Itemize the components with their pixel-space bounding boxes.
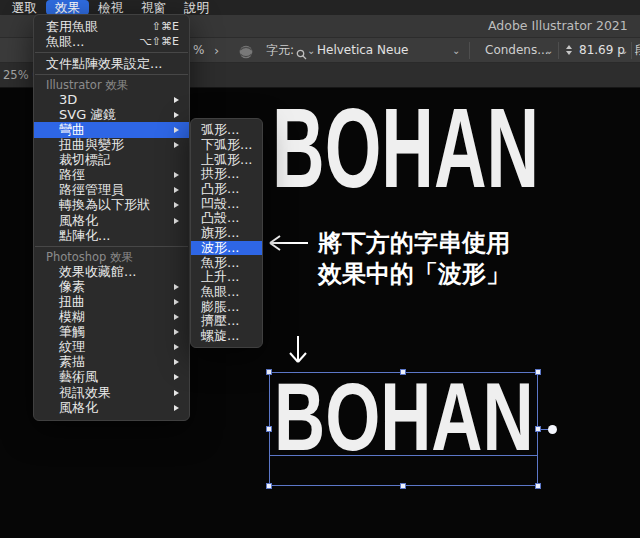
more-options-chevron-icon[interactable]: › [214, 38, 219, 63]
submenu-arrow-icon [174, 142, 179, 148]
effects-menu-item[interactable]: 筆觸 [34, 325, 189, 340]
effects-menu-item[interactable] [35, 74, 188, 75]
effects-menu-item[interactable]: 扭曲與變形 [34, 138, 189, 153]
toolbar-divider [558, 42, 559, 59]
left-arrow-icon [266, 233, 310, 253]
submenu-arrow-icon [174, 299, 179, 305]
submenu-arrow-icon [174, 112, 179, 118]
selection-round-handle[interactable] [548, 425, 557, 434]
effects-menu-item[interactable] [35, 246, 188, 247]
submenu-arrow-icon [174, 359, 179, 365]
effects-menu-item[interactable]: SVG 濾鏡 [34, 107, 189, 122]
submenu-arrow-icon [174, 390, 179, 396]
annotation-line-1: 將下方的字串使用 [318, 228, 510, 259]
menu-item-label: 魚眼... [46, 33, 84, 51]
submenu-arrow-icon [174, 374, 179, 380]
selection-handle-top-left[interactable] [266, 369, 272, 375]
effects-menu-item[interactable]: 裁切標記 [34, 153, 189, 168]
character-label: 字元: [266, 38, 294, 63]
submenu-arrow-icon [174, 127, 179, 133]
effects-menu-item[interactable]: Illustrator 效果 [34, 78, 189, 92]
toolbar-divider [631, 42, 632, 59]
menu-item-label: 文件點陣效果設定... [46, 55, 162, 73]
selection-handle-top-center[interactable] [400, 369, 406, 375]
annotation-line-2: 效果中的「波形」 [318, 259, 510, 290]
menu-item-label: 螺旋... [201, 327, 239, 345]
font-style-field[interactable]: Condens... [485, 38, 549, 63]
font-family-chevron-icon[interactable]: ⌄ [452, 38, 460, 63]
font-family-field[interactable]: Helvetica Neue [317, 38, 408, 63]
search-icon [296, 44, 307, 57]
menubar-item[interactable]: 選取 [3, 0, 46, 15]
effects-menu-item[interactable]: 點陣化... [34, 228, 189, 243]
menu-item-shortcut: ⌥⇧⌘E [139, 35, 179, 48]
effects-menu-item[interactable]: 模糊 [34, 310, 189, 325]
toolbar-divider [469, 42, 470, 59]
menu-item-label: 點陣化... [59, 227, 110, 245]
submenu-arrow-icon [174, 202, 179, 208]
window-title: Adobe Illustrator 2021 [488, 18, 628, 33]
menu-item-shortcut: ⇧⌘E [152, 20, 179, 33]
menubar-item[interactable]: 視窗 [132, 0, 175, 15]
effects-menu-item[interactable]: 視訊效果 [34, 385, 189, 400]
submenu-arrow-icon [174, 344, 179, 350]
selection-handle-top-right[interactable] [535, 369, 541, 375]
menu-item-label: 風格化 [59, 399, 98, 417]
selection-handle-mid-right[interactable] [535, 426, 541, 432]
menubar-item-label: 檢視 [98, 0, 123, 15]
effects-menu-item[interactable]: 魚眼... ⌥⇧⌘E [34, 34, 189, 49]
annotation-text: 將下方的字串使用 效果中的「波形」 [318, 228, 510, 290]
paragraph-label-clipped: 段 [635, 38, 640, 63]
effects-menu-item[interactable]: 藝術風 [34, 370, 189, 385]
effects-menu-item[interactable]: 效果收藏館... [34, 264, 189, 279]
submenu-arrow-icon [174, 172, 179, 178]
selection-bounding-box[interactable] [269, 372, 538, 486]
selection-extension-line [540, 429, 548, 430]
menubar-item-label: 選取 [12, 0, 37, 15]
effects-menu-item[interactable]: 風格化 [34, 400, 189, 415]
menubar-item-label: 說明 [184, 0, 209, 15]
effects-menu-item[interactable]: 文件點陣效果設定... [34, 56, 189, 71]
recolor-artwork-icon[interactable] [239, 43, 253, 57]
selection-handle-bottom-left[interactable] [266, 483, 272, 489]
effects-menu-item[interactable]: 素描 [34, 355, 189, 370]
warp-submenu-item[interactable]: 螺旋... [191, 329, 262, 344]
submenu-arrow-icon [174, 329, 179, 335]
selection-handle-bottom-center[interactable] [400, 483, 406, 489]
font-size-stepper-icon[interactable] [566, 45, 572, 56]
opacity-percent-suffix: % [193, 38, 204, 63]
menubar: 選取 效果 檢視 視窗 說明 [0, 0, 640, 15]
headline-text-object[interactable]: BOHAN [272, 92, 539, 205]
effects-menu-item[interactable] [35, 52, 188, 53]
menubar-item[interactable]: 檢視 [89, 0, 132, 15]
warp-submenu: 弧形... 下弧形... 上弧形... 拱形... 凸形... 凹殼... 凸殼… [190, 118, 263, 348]
font-search-chevron-icon[interactable]: ⌄ [307, 38, 315, 63]
menubar-item[interactable]: 說明 [175, 0, 218, 15]
selection-handle-mid-left[interactable] [266, 426, 272, 432]
font-size-chevron-icon[interactable]: ⌄ [620, 38, 628, 63]
effects-menu-item[interactable]: 像素 [34, 279, 189, 294]
effects-menu-item[interactable]: 扭曲 [34, 294, 189, 309]
effects-menu-item[interactable]: 紋理 [34, 340, 189, 355]
submenu-arrow-icon [174, 97, 179, 103]
menubar-item[interactable]: 效果 [46, 0, 89, 15]
submenu-arrow-icon [174, 218, 179, 224]
selection-inner-edge [269, 455, 538, 456]
font-style-chevron-icon[interactable]: ⌄ [545, 38, 553, 63]
submenu-arrow-icon [174, 187, 179, 193]
effects-menu-item[interactable]: 轉換為以下形狀 [34, 198, 189, 213]
effects-menu: 套用魚眼 ⇧⌘E 魚眼... ⌥⇧⌘E 文件點陣效果設定... Ill [33, 14, 190, 421]
menubar-item-label: 視窗 [141, 0, 166, 15]
menubar-item-label: 效果 [55, 0, 80, 15]
font-size-field[interactable]: 81.69 p [579, 38, 625, 63]
effects-menu-item[interactable]: 風格化 [34, 213, 189, 228]
selection-handle-bottom-right[interactable] [535, 483, 541, 489]
illustrator-window: 選取 效果 檢視 視窗 說明 Adobe Illustrator 2021 ⌄ … [0, 0, 640, 538]
menu-item-label: Illustrator 效果 [46, 78, 128, 93]
submenu-arrow-icon [174, 405, 179, 411]
submenu-arrow-icon [174, 284, 179, 290]
submenu-arrow-icon [174, 314, 179, 320]
